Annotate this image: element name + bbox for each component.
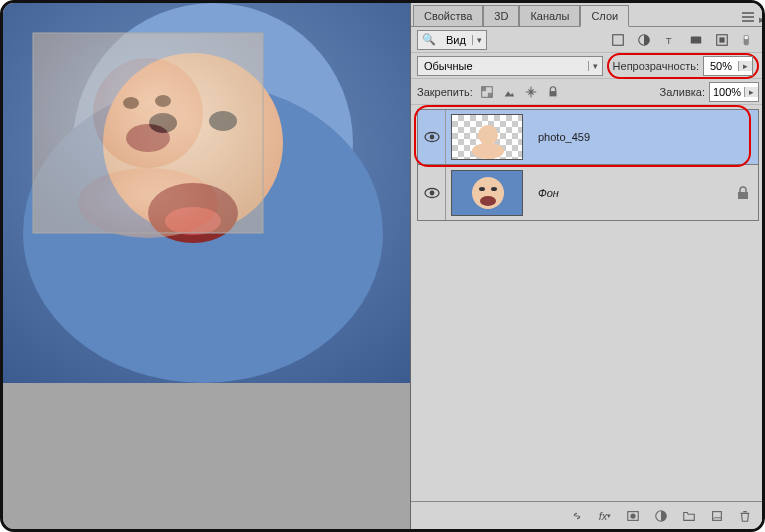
filter-type-icon[interactable]: T: [659, 30, 681, 50]
svg-point-36: [491, 187, 497, 191]
filter-toggle-switch[interactable]: [737, 30, 759, 50]
layer-row[interactable]: photo_459: [417, 109, 759, 165]
panel-menu-icon[interactable]: ▸: [741, 11, 765, 26]
layer-filter-row: 🔍 Вид ▾ T: [411, 27, 765, 53]
opacity-highlight: Непрозрачность: ▸: [607, 53, 759, 79]
svg-rect-24: [488, 92, 492, 96]
layer-lock-indicator: [728, 186, 758, 200]
svg-point-40: [630, 513, 635, 518]
lock-image-icon[interactable]: [499, 83, 519, 101]
panel-tabs: Свойства 3D Каналы Слои ▸: [411, 3, 765, 27]
fill-input[interactable]: ▸: [709, 82, 759, 102]
tab-channels[interactable]: Каналы: [519, 5, 580, 26]
lock-transparent-icon[interactable]: [477, 83, 497, 101]
layer-row[interactable]: Фон: [417, 165, 759, 221]
lock-label: Закрепить:: [417, 86, 473, 98]
lock-icon: [737, 186, 749, 200]
fill-label: Заливка:: [660, 86, 705, 98]
tab-layers[interactable]: Слои: [580, 5, 629, 27]
layers-list: photo_459 Фон: [411, 105, 765, 501]
svg-point-12: [126, 124, 170, 152]
opacity-label: Непрозрачность:: [613, 60, 699, 72]
opacity-input[interactable]: ▸: [703, 56, 753, 76]
svg-rect-20: [719, 37, 724, 42]
layers-panel: Свойства 3D Каналы Слои ▸ 🔍 Вид ▾ T: [410, 3, 765, 529]
svg-point-32: [429, 190, 434, 195]
lock-position-icon[interactable]: [521, 83, 541, 101]
svg-rect-18: [691, 36, 702, 43]
layer-thumbnail[interactable]: [446, 165, 528, 220]
canvas-area[interactable]: [3, 3, 410, 529]
new-adjustment-icon[interactable]: [647, 506, 675, 526]
svg-rect-15: [613, 34, 624, 45]
visibility-toggle[interactable]: [418, 110, 446, 164]
svg-point-37: [480, 196, 496, 206]
svg-point-35: [479, 187, 485, 191]
svg-point-29: [478, 125, 498, 145]
chevron-down-icon[interactable]: ▸: [744, 87, 758, 97]
svg-rect-38: [738, 192, 748, 199]
add-mask-icon[interactable]: [619, 506, 647, 526]
layer-thumbnail[interactable]: [446, 110, 528, 164]
svg-point-30: [472, 143, 504, 159]
blend-mode-dropdown[interactable]: Обычные ▾: [417, 56, 603, 76]
eye-icon: [424, 187, 440, 199]
svg-text:T: T: [666, 35, 672, 46]
eye-icon: [424, 131, 440, 143]
blend-opacity-row: Обычные ▾ Непрозрачность: ▸: [411, 53, 765, 79]
delete-layer-icon[interactable]: [731, 506, 759, 526]
svg-point-13: [78, 168, 218, 238]
layers-footer: fx▾: [411, 501, 765, 529]
layer-name[interactable]: Фон: [528, 187, 728, 199]
chevron-down-icon[interactable]: ▸: [738, 61, 752, 71]
filter-smart-icon[interactable]: [711, 30, 733, 50]
fill-value-field[interactable]: [710, 83, 744, 101]
layer-name[interactable]: photo_459: [528, 131, 728, 143]
layer-effects-icon[interactable]: fx▾: [591, 506, 619, 526]
svg-rect-23: [482, 86, 486, 90]
new-group-icon[interactable]: [675, 506, 703, 526]
blend-mode-value: Обычные: [418, 60, 588, 72]
svg-point-11: [155, 95, 171, 107]
filter-kind-dropdown[interactable]: 🔍 Вид ▾: [417, 30, 487, 50]
link-layers-icon[interactable]: [563, 506, 591, 526]
svg-point-28: [429, 135, 434, 140]
svg-rect-42: [713, 511, 722, 520]
filter-adjustment-icon[interactable]: [633, 30, 655, 50]
chevron-down-icon[interactable]: ▾: [472, 35, 486, 45]
tab-properties[interactable]: Свойства: [413, 5, 483, 26]
opacity-value-field[interactable]: [704, 57, 738, 75]
new-layer-icon[interactable]: [703, 506, 731, 526]
visibility-toggle[interactable]: [418, 165, 446, 220]
document-image: [3, 3, 410, 383]
tab-3d[interactable]: 3D: [483, 5, 519, 26]
svg-rect-26: [549, 91, 556, 96]
svg-point-10: [123, 97, 139, 109]
filter-kind-label: Вид: [440, 34, 472, 46]
chevron-down-icon[interactable]: ▾: [588, 61, 602, 71]
lock-fill-row: Закрепить: Заливка: ▸: [411, 79, 765, 105]
lock-all-icon[interactable]: [543, 83, 563, 101]
filter-shape-icon[interactable]: [685, 30, 707, 50]
filter-pixel-icon[interactable]: [607, 30, 629, 50]
svg-point-22: [744, 35, 748, 39]
